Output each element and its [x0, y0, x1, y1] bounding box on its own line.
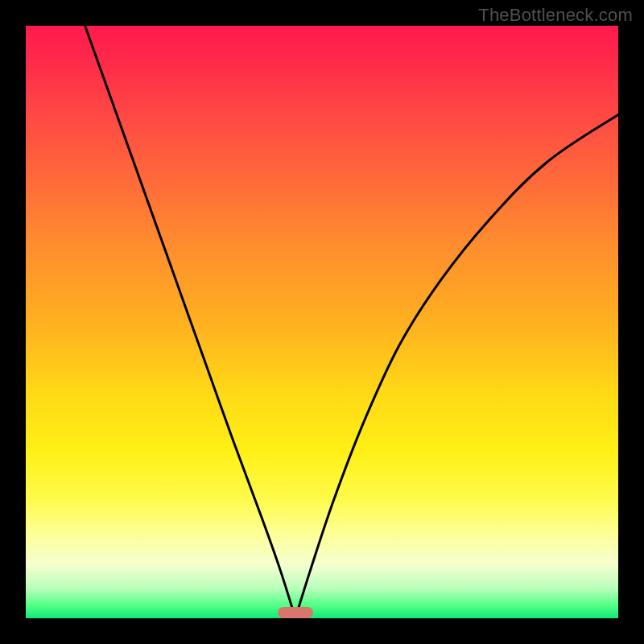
- watermark-text: TheBottleneck.com: [478, 5, 633, 26]
- curve-left-branch: [85, 26, 295, 618]
- plot-area: [26, 26, 618, 618]
- chart-frame: TheBottleneck.com: [0, 0, 644, 644]
- curve-right-branch: [295, 114, 618, 618]
- bottleneck-marker: [278, 607, 313, 618]
- curve-layer: [26, 26, 618, 618]
